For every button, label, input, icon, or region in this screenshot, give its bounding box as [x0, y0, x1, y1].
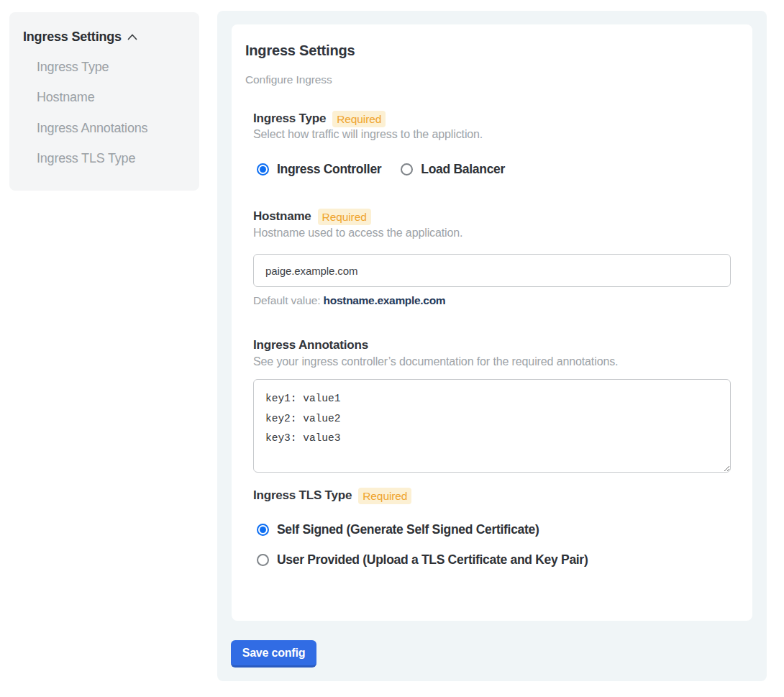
sidebar-group-label: Ingress Settings — [23, 29, 122, 45]
config-card: Ingress Settings Configure Ingress Ingre… — [232, 24, 752, 621]
field-ingress-annotations-description: See your ingress controller’s documentat… — [253, 355, 618, 368]
hostname-default-prefix: Default value: — [253, 294, 320, 306]
radio-option-label: Ingress Controller — [277, 162, 381, 177]
radio-option-label: User Provided (Upload a TLS Certificate … — [277, 552, 588, 568]
hostname-input[interactable] — [253, 254, 731, 287]
field-tls-option-self-signed-row: Self Signed (Generate Self Signed Certif… — [257, 523, 539, 536]
field-hostname-label-row: Hostname Required — [253, 208, 371, 225]
page-title: Ingress Settings — [245, 42, 355, 59]
field-hostname-label: Hostname — [253, 209, 311, 224]
config-panel: Ingress Settings Configure Ingress Ingre… — [217, 11, 767, 681]
radio-option-user-provided[interactable]: User Provided (Upload a TLS Certificate … — [257, 552, 588, 568]
hostname-default-value: hostname.example.com — [324, 294, 446, 306]
field-tls-option-user-provided-row: User Provided (Upload a TLS Certificate … — [257, 553, 588, 566]
sidebar-item-ingress-annotations[interactable]: Ingress Annotations — [37, 120, 147, 136]
hostname-default-helper: Default value: hostname.example.com — [253, 293, 445, 307]
sidebar-item-hostname[interactable]: Hostname — [37, 89, 94, 105]
field-ingress-annotations-label-row: Ingress Annotations — [253, 337, 368, 354]
page-subtitle: Configure Ingress — [245, 73, 332, 86]
sidebar-group-ingress-settings[interactable]: Ingress Settings — [23, 28, 137, 45]
field-ingress-type-description: Select how traffic will ingress to the a… — [253, 127, 483, 141]
sidebar-item-ingress-type[interactable]: Ingress Type — [37, 59, 109, 75]
radio-selected-icon[interactable] — [257, 163, 269, 176]
field-ingress-type-label-row: Ingress Type Required — [253, 110, 386, 127]
config-sidebar: Ingress Settings Ingress Type Hostname I… — [9, 12, 199, 191]
radio-selected-icon[interactable] — [257, 524, 269, 536]
radio-unselected-icon[interactable] — [401, 163, 413, 176]
radio-option-load-balancer[interactable]: Load Balancer — [401, 162, 505, 177]
required-badge: Required — [318, 209, 371, 225]
ingress-annotations-textarea[interactable]: key1: value1 key2: value2 key3: value3 — [253, 379, 731, 473]
field-ingress-tls-type-label-row: Ingress TLS Type Required — [253, 487, 411, 504]
field-ingress-tls-type-label: Ingress TLS Type — [253, 488, 352, 503]
radio-option-label: Load Balancer — [421, 162, 505, 177]
radio-option-label: Self Signed (Generate Self Signed Certif… — [277, 522, 539, 537]
chevron-up-icon — [127, 34, 137, 40]
radio-option-ingress-controller[interactable]: Ingress Controller — [257, 162, 381, 177]
save-config-button[interactable]: Save config — [231, 640, 316, 668]
radio-unselected-icon[interactable] — [257, 554, 269, 566]
required-badge: Required — [332, 111, 386, 127]
sidebar-item-ingress-tls-type[interactable]: Ingress TLS Type — [37, 150, 135, 166]
field-ingress-annotations-label: Ingress Annotations — [253, 338, 368, 352]
field-hostname-description: Hostname used to access the application. — [253, 226, 462, 240]
required-badge: Required — [358, 488, 411, 504]
field-ingress-type-label: Ingress Type — [253, 111, 326, 126]
radio-option-self-signed[interactable]: Self Signed (Generate Self Signed Certif… — [257, 522, 539, 537]
field-ingress-type-options: Ingress Controller Load Balancer — [257, 163, 505, 176]
